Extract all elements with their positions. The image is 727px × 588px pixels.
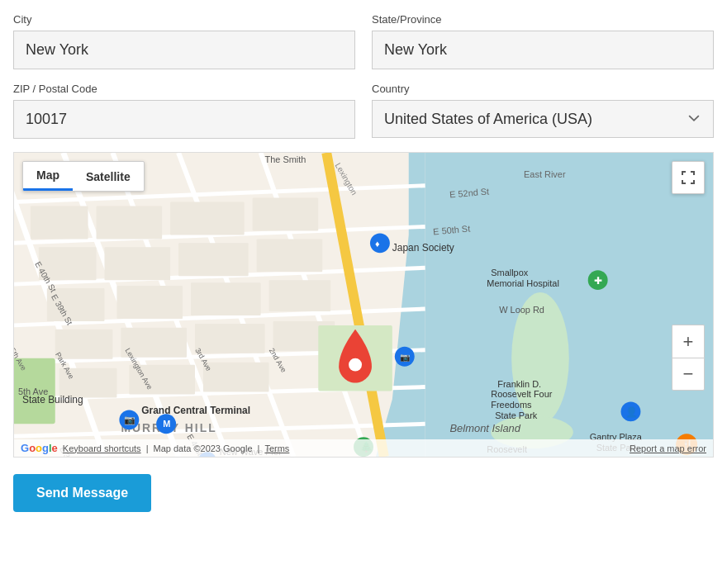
svg-rect-25 xyxy=(104,247,170,280)
fullscreen-icon xyxy=(681,170,696,185)
zoom-out-button[interactable]: − xyxy=(672,358,705,391)
svg-text:📷: 📷 xyxy=(124,414,135,425)
separator2: | xyxy=(258,443,260,453)
svg-text:Memorial Hospital: Memorial Hospital xyxy=(487,278,559,288)
map-type-switcher: Map Satellite xyxy=(22,161,145,192)
google-logo: Google xyxy=(21,442,58,454)
country-label: Country xyxy=(372,83,714,95)
zip-country-row: ZIP / Postal Code Country United States … xyxy=(13,83,714,139)
svg-rect-26 xyxy=(178,243,249,276)
svg-text:The Smith: The Smith xyxy=(265,154,306,164)
map-data-label: Map data ©2023 Google xyxy=(153,443,252,453)
map-background: 5th Ave E 52nd St E xyxy=(14,153,713,457)
svg-text:📷: 📷 xyxy=(400,352,411,363)
country-field-group: Country United States of America (USA) C… xyxy=(372,83,714,139)
map-tab[interactable]: Map xyxy=(23,162,73,191)
svg-rect-34 xyxy=(195,324,265,353)
svg-rect-23 xyxy=(253,198,319,231)
city-state-row: City State/Province xyxy=(13,13,714,69)
zip-field-group: ZIP / Postal Code xyxy=(13,83,355,139)
svg-rect-22 xyxy=(170,202,245,235)
map-attribution: Google Keyboard shortcuts | Map data ©20… xyxy=(14,439,713,457)
svg-rect-31 xyxy=(269,280,331,311)
svg-text:👤: 👤 xyxy=(625,405,638,418)
zip-input[interactable] xyxy=(13,100,355,139)
svg-text:Roosevelt Four: Roosevelt Four xyxy=(491,389,553,399)
send-message-button[interactable]: Send Message xyxy=(13,474,151,512)
svg-text:W Loop Rd: W Loop Rd xyxy=(499,305,544,315)
map-svg: 5th Ave E 52nd St E xyxy=(14,153,713,457)
svg-text:♦: ♦ xyxy=(375,239,380,249)
svg-rect-29 xyxy=(116,286,183,319)
svg-point-74 xyxy=(349,358,362,372)
svg-rect-20 xyxy=(31,206,88,239)
city-field-group: City xyxy=(13,13,355,69)
city-input[interactable] xyxy=(13,31,355,69)
zoom-controls: + − xyxy=(672,325,705,391)
svg-rect-27 xyxy=(257,239,323,272)
country-select[interactable]: United States of America (USA) Canada Un… xyxy=(372,100,714,138)
svg-point-79 xyxy=(370,233,390,253)
zoom-in-button[interactable]: + xyxy=(672,325,705,358)
svg-text:✚: ✚ xyxy=(594,275,602,287)
state-label: State/Province xyxy=(372,13,714,26)
svg-text:Franklin D.: Franklin D. xyxy=(497,379,541,389)
separator1: | xyxy=(146,443,149,453)
state-input[interactable] xyxy=(372,31,714,69)
svg-text:Belmont Island: Belmont Island xyxy=(450,422,521,434)
svg-text:State Park: State Park xyxy=(495,410,538,420)
svg-rect-21 xyxy=(97,206,163,239)
map-container: 5th Ave E 52nd St E xyxy=(13,152,714,458)
svg-text:State Building: State Building xyxy=(22,394,83,405)
svg-rect-30 xyxy=(191,282,261,315)
svg-text:Grand Central Terminal: Grand Central Terminal xyxy=(141,405,250,416)
send-message-container: Send Message xyxy=(13,474,714,512)
svg-text:M: M xyxy=(163,419,170,429)
svg-text:Smallpox: Smallpox xyxy=(491,268,529,277)
city-label: City xyxy=(13,13,355,26)
fullscreen-button[interactable] xyxy=(672,161,705,194)
svg-text:Freedoms: Freedoms xyxy=(491,400,532,410)
terms-link[interactable]: Terms xyxy=(264,443,289,453)
svg-text:Japan Society: Japan Society xyxy=(392,242,454,254)
keyboard-shortcuts[interactable]: Keyboard shortcuts xyxy=(63,443,141,453)
svg-text:East River: East River xyxy=(524,169,566,179)
report-link[interactable]: Report a map error xyxy=(630,443,706,453)
satellite-tab[interactable]: Satellite xyxy=(73,162,144,191)
state-field-group: State/Province xyxy=(372,13,714,69)
zip-label: ZIP / Postal Code xyxy=(13,83,355,95)
